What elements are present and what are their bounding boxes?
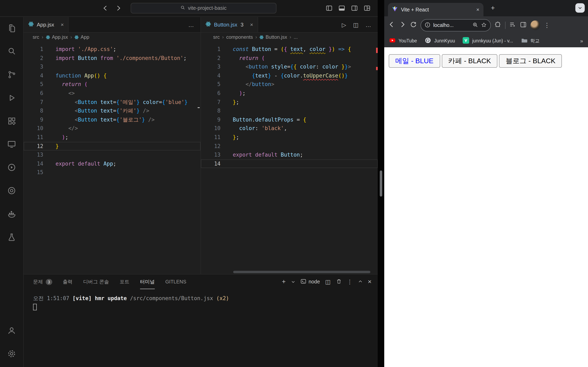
code-editor-button[interactable]: 1const Button = ({ text, color }) => {2 …	[201, 42, 378, 274]
code-line[interactable]: 4 {text} - {color.toUpperCase()}	[201, 71, 378, 80]
code-line[interactable]: 1import './App.css';	[24, 45, 200, 54]
bookmarks-overflow-icon[interactable]: »	[580, 38, 583, 44]
code-line[interactable]: 5 return (	[24, 80, 200, 89]
panel-tab-디버그 콘솔[interactable]: 디버그 콘솔	[83, 275, 109, 289]
settings-button[interactable]	[0, 343, 23, 366]
activity-testing-button[interactable]	[0, 226, 23, 250]
page-button[interactable]: 메일 - BLUE	[389, 54, 440, 68]
more-actions-icon[interactable]: …	[365, 21, 371, 28]
code-line[interactable]: 2import Button from './components/Button…	[24, 54, 200, 62]
code-line[interactable]: 2 return (	[201, 54, 378, 62]
editor-tab-appjsx[interactable]: App.jsx ×	[24, 17, 69, 32]
activity-remote-explorer-button[interactable]	[0, 133, 23, 157]
split-editor-icon[interactable]: ◫	[353, 21, 359, 28]
code-line[interactable]: 10 </>	[24, 124, 200, 133]
bookmark-folder[interactable]: 학교	[521, 37, 540, 44]
breadcrumb-item[interactable]: Button.jsx	[259, 34, 287, 40]
code-line[interactable]: 6 );	[201, 89, 378, 98]
panel-tab-출력[interactable]: 출력	[63, 275, 72, 289]
code-line[interactable]: 3	[24, 62, 200, 71]
activity-source-control-button[interactable]	[0, 64, 23, 87]
activity-extensions-button[interactable]	[0, 110, 23, 133]
code-line[interactable]: 9 <Button text={'블로그'} />	[24, 115, 200, 124]
activity-search-button[interactable]	[0, 40, 23, 64]
code-line[interactable]: 14	[201, 159, 378, 168]
site-info-icon[interactable]	[425, 22, 430, 29]
forward-icon[interactable]	[399, 21, 406, 30]
accounts-button[interactable]	[0, 320, 23, 343]
code-line[interactable]: 12}	[24, 142, 200, 150]
close-panel-icon[interactable]: ×	[368, 278, 372, 285]
browser-tab[interactable]: Vite + React ×	[388, 3, 484, 16]
window-divider[interactable]	[378, 0, 384, 367]
code-line[interactable]: 7 <Button text={'메일'} color={'blue'}	[24, 98, 200, 106]
code-line[interactable]: 4function App() {	[24, 71, 200, 80]
media-controls-icon[interactable]	[509, 21, 516, 30]
activity-explorer-button[interactable]	[0, 17, 23, 40]
menu-kebab-icon[interactable]: ⋮	[544, 22, 550, 29]
panel-tab-터미널[interactable]: 터미널	[140, 275, 155, 289]
activity-live-server-button[interactable]	[0, 157, 23, 180]
url-text[interactable]: localho...	[433, 22, 470, 28]
maximize-panel-icon[interactable]	[358, 278, 362, 285]
bookmark-youtube[interactable]: YouTube	[389, 37, 417, 44]
breadcrumb-item[interactable]: App	[75, 34, 89, 40]
split-terminal-icon[interactable]: ◫	[325, 278, 330, 285]
editor-tab-buttonjsx[interactable]: Button.jsx 3 ×	[201, 17, 258, 32]
code-line[interactable]: 13export default Button;	[201, 150, 378, 159]
code-line[interactable]: 11 );	[24, 133, 200, 142]
breadcrumb-item[interactable]: src	[33, 34, 39, 40]
panel-tab-GITLENS[interactable]: GITLENS	[165, 275, 186, 289]
command-center[interactable]: vite-project-basic	[131, 3, 277, 13]
breadcrumb-item[interactable]: src	[213, 34, 220, 40]
horizontal-scrollbar[interactable]	[233, 271, 370, 273]
kill-terminal-icon[interactable]	[336, 278, 342, 285]
terminal-profile-chevron-icon[interactable]	[291, 278, 295, 285]
profile-avatar[interactable]	[530, 20, 540, 30]
side-panel-icon[interactable]	[520, 21, 527, 30]
bookmark-github[interactable]: JunnKyuu	[425, 37, 455, 44]
run-file-icon[interactable]: ▷	[342, 21, 346, 28]
code-line[interactable]: 1const Button = ({ text, color }) => {	[201, 45, 378, 54]
code-line[interactable]: 8 <Button text={'카페'} />	[24, 106, 200, 115]
close-icon[interactable]: ×	[476, 7, 479, 13]
code-line[interactable]: 9Button.defaultProps = {	[201, 115, 378, 124]
code-line[interactable]: 13	[24, 150, 200, 159]
history-back-icon[interactable]	[102, 5, 109, 13]
tab-search-button[interactable]	[575, 3, 585, 13]
bookmark-star-icon[interactable]	[481, 22, 487, 29]
page-button[interactable]: 블로그 - BLACK	[499, 54, 562, 68]
code-line[interactable]: 15	[24, 168, 200, 177]
panel-tab-포트[interactable]: 포트	[120, 275, 130, 289]
code-line[interactable]: 6 <>	[24, 89, 200, 98]
code-line[interactable]: 11};	[201, 133, 378, 142]
zoom-icon[interactable]	[472, 22, 478, 29]
panel-tab-문제[interactable]: 문제3	[33, 275, 52, 289]
breadcrumb-item[interactable]: ...	[294, 34, 298, 40]
activity-gitlens-button[interactable]	[0, 180, 23, 203]
code-line[interactable]: 8	[201, 106, 378, 115]
activity-run-and-debug-button[interactable]	[0, 87, 23, 110]
code-editor-app[interactable]: 1import './App.css';2import Button from …	[24, 42, 200, 274]
divider-handle[interactable]	[380, 170, 382, 197]
new-terminal-icon[interactable]: +	[282, 278, 286, 285]
reload-icon[interactable]	[410, 21, 417, 30]
new-tab-button[interactable]: +	[488, 3, 498, 13]
toggle-panel-icon[interactable]	[338, 5, 345, 13]
more-actions-icon[interactable]: ⋮	[347, 278, 353, 285]
page-button[interactable]: 카페 - BLACK	[442, 54, 498, 68]
code-line[interactable]: 7};	[201, 98, 378, 106]
toggle-sidebar-icon[interactable]	[326, 5, 332, 13]
close-icon[interactable]: ×	[61, 22, 64, 28]
bookmark-velog[interactable]: junnkyuu (Jun) - v...	[463, 37, 513, 44]
code-line[interactable]: 10 color: 'black',	[201, 124, 378, 133]
extensions-icon[interactable]	[494, 21, 502, 30]
omnibox[interactable]: localho...	[421, 19, 491, 31]
back-icon[interactable]	[388, 21, 395, 30]
toggle-secondary-sidebar-icon[interactable]	[351, 5, 358, 13]
close-icon[interactable]: ×	[250, 22, 253, 28]
breadcrumb-item[interactable]: App.jsx	[46, 34, 68, 40]
code-line[interactable]: 5 </button>	[201, 80, 378, 89]
customize-layout-icon[interactable]	[364, 5, 370, 13]
code-line[interactable]: 14export default App;	[24, 159, 200, 168]
